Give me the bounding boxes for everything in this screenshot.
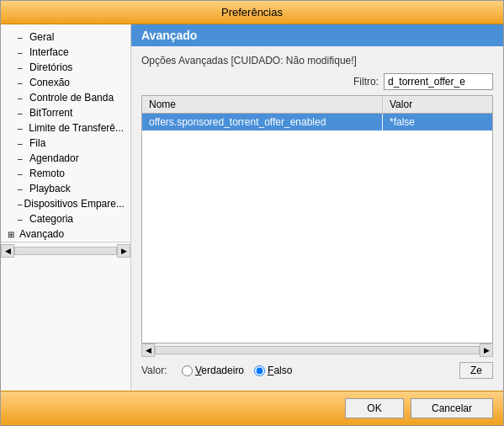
dash-icon: – [18, 124, 27, 133]
radio-falso-input[interactable] [254, 365, 265, 376]
filter-input[interactable] [384, 73, 493, 90]
radio-group: Verdadeiro Falso [182, 365, 292, 376]
filter-label: Filtro: [353, 76, 379, 88]
col-value-header: Valor [383, 96, 492, 113]
scroll-left-btn[interactable]: ◀ [141, 343, 155, 357]
dash-icon: – [18, 200, 23, 209]
dash-icon: – [18, 154, 28, 163]
sidebar-scroll-left-btn[interactable]: ◀ [1, 244, 14, 258]
section-title: Avançado [141, 29, 197, 42]
title-bar: Preferências [1, 1, 503, 24]
dash-icon: – [18, 33, 28, 42]
main-content: Avançado Opções Avançadas [CUIDADO: Não … [131, 24, 503, 391]
footer: OK Cancelar [1, 391, 503, 425]
filter-row: Filtro: [141, 73, 493, 90]
valor-label: Valor: [141, 365, 175, 376]
content-area: Opções Avançadas [CUIDADO: Não modifique… [131, 46, 503, 391]
expand-icon: ⊞ [8, 230, 18, 239]
table-horizontal-scrollbar: ◀ ▶ [141, 343, 493, 357]
sidebar-item-bittorrent[interactable]: – BitTorrent [1, 105, 130, 120]
sidebar: – Geral – Interface – Diretórios – Conex… [1, 24, 131, 391]
dash-icon: – [18, 169, 28, 178]
sidebar-item-geral[interactable]: – Geral [1, 29, 130, 45]
dash-icon: – [18, 93, 28, 103]
window-title: Preferências [221, 6, 283, 19]
table-header: Nome Valor [142, 96, 492, 114]
scroll-right-btn[interactable]: ▶ [480, 343, 493, 357]
ze-button[interactable]: Ze [459, 362, 493, 379]
sidebar-item-fila[interactable]: – Fila [1, 136, 130, 151]
sidebar-item-conexao[interactable]: – Conexão [1, 75, 130, 90]
sidebar-scroll-track [14, 247, 117, 255]
preferences-window: Preferências – Geral – Interface – Diret… [0, 0, 504, 426]
sidebar-item-limite-de-transf[interactable]: – Limite de Transferê... [1, 120, 130, 136]
sidebar-scroll-right-btn[interactable]: ▶ [117, 244, 130, 258]
dash-icon: – [18, 63, 28, 72]
sidebar-item-avancado[interactable]: ⊞ Avançado [1, 226, 130, 242]
scroll-track-h [155, 346, 480, 354]
table-row[interactable]: offers.sponsored_torrent_offer_enabled *… [142, 114, 492, 130]
sidebar-item-controle-de-banda[interactable]: – Controle de Banda [1, 90, 130, 105]
dash-icon: – [18, 215, 28, 224]
sidebar-scrollbar: ◀ ▶ [1, 242, 130, 259]
dash-icon: – [18, 184, 28, 194]
valor-row: Valor: Verdadeiro Falso Ze [141, 357, 493, 382]
col-name-header: Nome [142, 96, 383, 113]
dash-icon: – [18, 78, 28, 88]
cancelar-button[interactable]: Cancelar [411, 398, 493, 418]
radio-verdadeiro-input[interactable] [182, 365, 193, 376]
sidebar-item-diretorios[interactable]: – Diretórios [1, 60, 130, 75]
window-body: – Geral – Interface – Diretórios – Conex… [1, 24, 503, 391]
dash-icon: – [18, 109, 28, 118]
ok-button[interactable]: OK [345, 398, 404, 418]
sidebar-item-interface[interactable]: – Interface [1, 45, 130, 60]
radio-falso[interactable]: Falso [254, 365, 292, 376]
dash-icon: – [18, 48, 28, 57]
radio-verdadeiro-label: Verdadeiro [195, 365, 244, 376]
warning-text: Opções Avançadas [CUIDADO: Não modifique… [141, 55, 493, 67]
table-body: offers.sponsored_torrent_offer_enabled *… [142, 114, 492, 343]
sidebar-item-dispositivos-empar[interactable]: – Dispositivos Empare... [1, 196, 130, 211]
sidebar-item-remoto[interactable]: – Remoto [1, 166, 130, 181]
section-header: Avançado [131, 24, 503, 46]
sidebar-item-categoria[interactable]: – Categoria [1, 211, 130, 226]
table-cell-value: *false [383, 114, 492, 130]
radio-verdadeiro[interactable]: Verdadeiro [182, 365, 244, 376]
sidebar-item-playback[interactable]: – Playback [1, 181, 130, 196]
radio-falso-label: Falso [268, 365, 292, 376]
sidebar-item-agendador[interactable]: – Agendador [1, 151, 130, 166]
dash-icon: – [18, 139, 28, 148]
settings-table: Nome Valor offers.sponsored_torrent_offe… [141, 95, 493, 343]
table-cell-name: offers.sponsored_torrent_offer_enabled [142, 114, 383, 130]
